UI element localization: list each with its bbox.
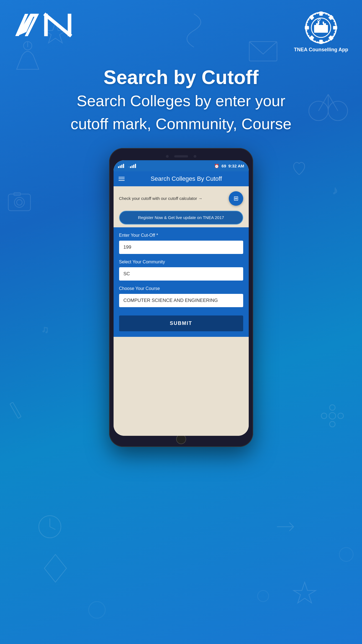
- register-text: Register Now & Get live update on TNEA 2…: [138, 215, 224, 220]
- alarm-icon: ⏰: [214, 164, 219, 169]
- camera-dot: [166, 155, 169, 158]
- hamburger-line-2: [119, 179, 125, 179]
- cutoff-input[interactable]: [119, 241, 243, 254]
- app-bar: Search Colleges By Cutoff: [114, 171, 249, 186]
- title-section: Search by Cutoff Search Colleges by ente…: [54, 67, 308, 134]
- time-display: 9:32 AM: [229, 164, 244, 168]
- signal-bar-7: [133, 165, 134, 168]
- cutoff-calc-text: Check your cutoff with our cutoff calcul…: [119, 195, 225, 201]
- calculator-button[interactable]: ⊞: [229, 191, 243, 206]
- status-right: ⏰ 69 9:32 AM: [214, 164, 244, 169]
- camera-dot-2: [194, 155, 196, 158]
- signal-bars-1: [118, 164, 124, 168]
- page-content: TNEA Counselling App Search by Cutoff Se…: [0, 0, 362, 644]
- title-line2: Search Colleges by enter your: [71, 91, 292, 111]
- phone-content: Check your cutoff with our cutoff calcul…: [114, 186, 249, 436]
- register-banner[interactable]: Register Now & Get live update on TNEA 2…: [119, 211, 243, 225]
- speaker-hole: [174, 155, 188, 157]
- signal-bar-4: [123, 164, 124, 168]
- an-logo: [14, 11, 75, 39]
- signal-bar-5: [130, 166, 131, 168]
- header: TNEA Counselling App: [0, 0, 362, 58]
- phone-screen: . ⏰ 69 9:32 AM: [114, 160, 249, 436]
- svg-point-51: [319, 19, 320, 20]
- cutoff-calc-row: Check your cutoff with our cutoff calcul…: [114, 186, 249, 211]
- submit-button[interactable]: SUBMIT: [119, 315, 243, 331]
- signal-bar-8: [135, 164, 136, 168]
- svg-line-33: [44, 14, 71, 36]
- tnea-gear-icon: [304, 11, 338, 44]
- signal-bars-2: [130, 164, 136, 168]
- svg-rect-49: [323, 22, 324, 24]
- status-bar: . ⏰ 69 9:32 AM: [114, 160, 249, 171]
- battery-level: 69: [222, 164, 226, 168]
- app-bar-title: Search Colleges By Cutoff: [129, 175, 244, 182]
- community-input[interactable]: [119, 267, 243, 281]
- course-label: Choose Your Course: [119, 286, 243, 291]
- cutoff-label: Enter Your Cut-Off *: [119, 233, 243, 238]
- title-line1: Search by Cutoff: [71, 67, 292, 88]
- form-section: Enter Your Cut-Off * Select Your Communi…: [114, 227, 249, 337]
- signal-bar-2: [120, 166, 121, 168]
- status-left: .: [118, 164, 136, 168]
- signal-bar-3: [121, 165, 122, 168]
- phone-device: . ⏰ 69 9:32 AM: [109, 148, 253, 447]
- hamburger-menu[interactable]: [119, 177, 125, 181]
- course-input[interactable]: [119, 294, 243, 307]
- svg-rect-45: [314, 25, 328, 33]
- logo-right: TNEA Counselling App: [294, 11, 348, 53]
- title-line3: cutoff mark, Community, Course: [71, 114, 292, 134]
- community-label: Select Your Community: [119, 259, 243, 264]
- logo-left: [14, 11, 75, 39]
- phone-wrapper: . ⏰ 69 9:32 AM: [0, 148, 362, 447]
- signal-bar-1: [118, 166, 119, 168]
- calculator-icon: ⊞: [233, 195, 238, 202]
- signal-bar-6: [132, 166, 133, 168]
- hamburger-line-1: [119, 177, 125, 177]
- hamburger-line-3: [119, 180, 125, 181]
- phone-camera-area: [114, 152, 249, 160]
- phone-bottom-bar: [114, 436, 249, 442]
- tnea-label: TNEA Counselling App: [294, 47, 348, 53]
